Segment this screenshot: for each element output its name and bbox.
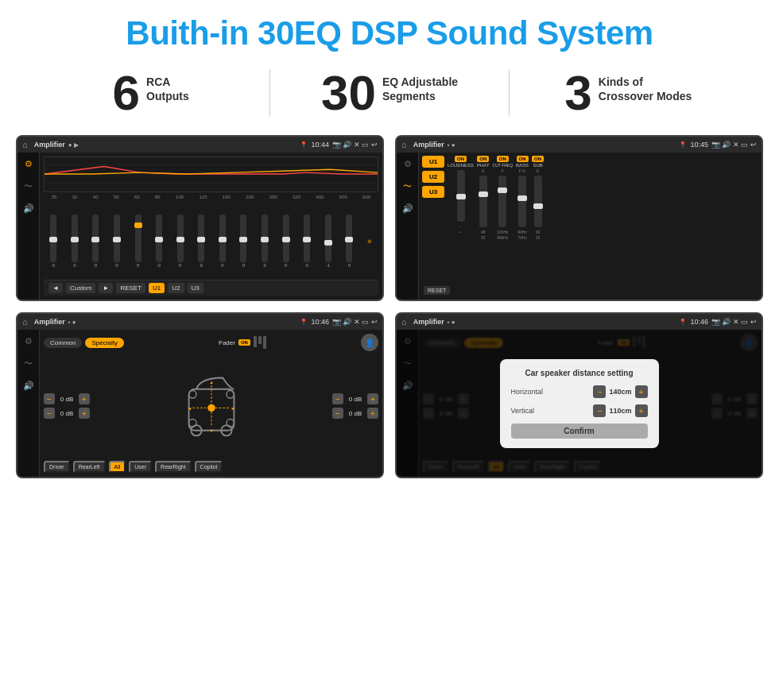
status-icons-4: 📷 🔊 ✕ ▭ ↩ <box>711 318 757 326</box>
dialog-vertical-minus[interactable]: − <box>593 404 606 417</box>
eq-slider-14[interactable]: -1 <box>325 215 331 268</box>
eq-slider-3[interactable]: 0 <box>92 215 99 268</box>
eq-slider-5[interactable]: 5 <box>135 215 141 268</box>
eq-slider-11[interactable]: 0 <box>262 215 268 268</box>
vol-fr-value: 0 dB <box>346 396 365 403</box>
vol-fl-minus[interactable]: − <box>44 393 55 404</box>
eq-slider-9[interactable]: 0 <box>219 215 226 268</box>
vol-rl-plus[interactable]: + <box>79 408 90 419</box>
home-icon-3[interactable]: ⌂ <box>22 317 28 327</box>
eq-slider-1[interactable]: 0 <box>50 215 56 268</box>
fader-vol-left: − 0 dB + − 0 dB + <box>44 393 90 419</box>
eq-slider-13[interactable]: 0 <box>304 215 310 268</box>
vol-rl-minus[interactable]: − <box>44 408 55 419</box>
eq-slider-15[interactable]: 0 <box>346 215 352 268</box>
rearleft-btn[interactable]: RearLeft <box>73 461 106 473</box>
phat-slider[interactable] <box>479 176 487 227</box>
eq-u3-btn[interactable]: U3 <box>188 283 203 293</box>
eq-next-btn[interactable]: ► <box>99 283 113 293</box>
eq-prev-btn[interactable]: ◄ <box>48 283 63 293</box>
dialog-horizontal-value: 140cm <box>609 388 631 396</box>
vol-rr-minus[interactable]: − <box>332 408 343 419</box>
copilot-btn[interactable]: Copilot <box>195 461 223 473</box>
eq-u1-btn[interactable]: U1 <box>149 283 165 293</box>
ctrl-loudness: ON LOUDNESS ~ ~ <box>448 156 474 282</box>
home-icon-2[interactable]: ⌂ <box>401 140 407 149</box>
cutfreq-slider[interactable] <box>498 176 506 227</box>
eq-u2-btn[interactable]: U2 <box>168 283 184 293</box>
eq-slider-7[interactable]: 0 <box>177 215 184 268</box>
speaker-distance-dialog: Car speaker distance setting Horizontal … <box>500 359 659 448</box>
nav-speaker-icon-2[interactable]: 🔊 <box>402 203 413 214</box>
stat-crossover-label: Kinds ofCrossover Modes <box>599 68 692 103</box>
ctrl-cutfreq: ON CUT FREQ F 100Hz 80kHz <box>493 156 513 282</box>
nav-wave-icon[interactable]: 〜 <box>24 180 33 192</box>
eq-slider-12[interactable]: 0 <box>283 215 289 268</box>
confirm-button[interactable]: Confirm <box>511 423 648 439</box>
all-btn[interactable]: All <box>109 461 126 473</box>
time-4: 10:46 <box>690 318 708 326</box>
tab-specialty[interactable]: Specialty <box>85 338 123 348</box>
stat-eq: 30 EQ AdjustableSegments <box>286 68 492 118</box>
eq-reset-btn[interactable]: RESET <box>116 283 145 293</box>
svg-point-10 <box>226 391 233 398</box>
u1-btn[interactable]: U1 <box>422 156 444 168</box>
nav-speaker-icon[interactable]: 🔊 <box>23 203 34 214</box>
loudness-slider[interactable] <box>457 170 465 222</box>
play-dots-1: ● ▶ <box>68 141 79 149</box>
home-icon-4[interactable]: ⌂ <box>401 317 407 327</box>
vol-fl-plus[interactable]: + <box>79 393 90 404</box>
u3-btn[interactable]: U3 <box>422 186 444 198</box>
play-dots-4: ▪ ● <box>448 319 455 326</box>
nav-wave-icon-3[interactable]: 〜 <box>24 358 33 369</box>
status-bar-3: ⌂ Amplifier ▪ ● 📍 10:46 📷 🔊 ✕ ▭ ↩ <box>17 314 382 330</box>
vol-fr-minus[interactable]: − <box>332 393 343 404</box>
home-icon-1[interactable]: ⌂ <box>22 140 28 149</box>
eq-freq-labels: 253240506380 100125160200250320 40050063… <box>44 195 378 199</box>
dialog-horizontal-plus[interactable]: + <box>635 385 648 398</box>
crossover-reset-btn[interactable]: RESET <box>424 286 450 295</box>
eq-slider-8[interactable]: 0 <box>198 215 204 268</box>
side-nav-2: ⚙ 〜 🔊 <box>397 153 419 300</box>
play-dots-3: ▪ ● <box>68 319 76 326</box>
bass-slider[interactable] <box>518 176 526 227</box>
nav-eq-icon[interactable]: ⚙ <box>25 159 33 169</box>
eq-slider-2[interactable]: 0 <box>72 215 78 268</box>
car-svg: ▲ ▼ ◄ ► <box>180 370 243 442</box>
dialog-horizontal-minus[interactable]: − <box>593 385 606 398</box>
vol-row-rl: − 0 dB + <box>44 408 90 419</box>
time-3: 10:46 <box>311 318 329 326</box>
vol-fr-plus[interactable]: + <box>367 393 378 404</box>
sub-slider[interactable] <box>534 176 542 227</box>
app-name-2: Amplifier <box>413 141 444 149</box>
stat-rca: 6 RCAOutputs <box>48 68 254 118</box>
page-title: Buith-in 30EQ DSP Sound System <box>0 0 779 60</box>
nav-eq-icon-2[interactable]: ⚙ <box>404 159 412 169</box>
tab-common[interactable]: Common <box>44 338 82 348</box>
eq-more-icon[interactable]: » <box>367 237 372 246</box>
sub-on-badge: ON <box>532 156 544 162</box>
stat-divider-2 <box>509 69 510 117</box>
svg-point-11 <box>188 420 196 427</box>
location-icon-4: 📍 <box>679 319 687 326</box>
vol-rr-plus[interactable]: + <box>367 408 378 419</box>
nav-eq-icon-3[interactable]: ⚙ <box>25 336 33 346</box>
vol-row-fr: − 0 dB + <box>332 393 378 404</box>
driver-btn[interactable]: Driver <box>44 461 70 473</box>
dialog-title: Car speaker distance setting <box>511 369 648 377</box>
cutfreq-on-badge: ON <box>497 156 509 162</box>
app-name-1: Amplifier <box>34 141 65 149</box>
nav-speaker-icon-3[interactable]: 🔊 <box>23 381 34 391</box>
eq-slider-6[interactable]: 0 <box>156 215 162 268</box>
eq-slider-4[interactable]: 0 <box>114 215 120 268</box>
eq-slider-10[interactable]: 0 <box>240 215 246 268</box>
fader-profile-btn[interactable]: 👤 <box>361 334 378 351</box>
rearright-btn[interactable]: RearRight <box>155 461 192 473</box>
nav-wave-icon-2[interactable]: 〜 <box>403 180 412 192</box>
fader-on-badge: ON <box>238 339 250 346</box>
u2-btn[interactable]: U2 <box>422 171 444 183</box>
dialog-vertical-plus[interactable]: + <box>635 404 648 417</box>
eq-preset-label[interactable]: Custom <box>66 283 96 293</box>
dialog-overlay: Car speaker distance setting Horizontal … <box>397 330 762 477</box>
user-btn[interactable]: User <box>129 461 152 473</box>
